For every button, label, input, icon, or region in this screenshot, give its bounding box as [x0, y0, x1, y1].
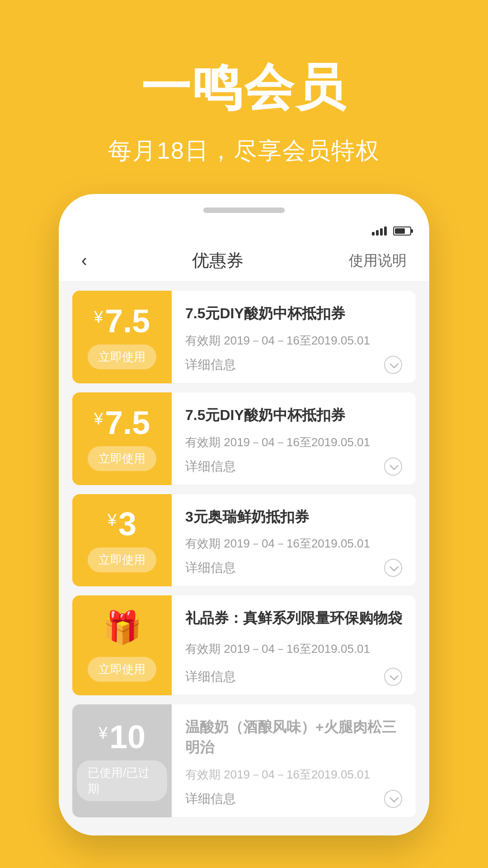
amount-value: 10	[109, 721, 145, 753]
coupon-validity: 有效期 2019－04－16至2019.05.01	[185, 536, 402, 552]
coupon-item: ¥7.5立即使用7.5元DIY酸奶中杯抵扣券有效期 2019－04－16至201…	[72, 291, 416, 383]
signal-icon	[372, 226, 387, 236]
signal-bar-2	[376, 230, 379, 236]
coupon-right-3: 3元奥瑞鲜奶抵扣券有效期 2019－04－16至2019.05.01详细信息	[172, 494, 416, 587]
coupon-list: ¥7.5立即使用7.5元DIY酸奶中杯抵扣券有效期 2019－04－16至201…	[59, 282, 429, 835]
coupon-item: ¥3立即使用3元奥瑞鲜奶抵扣券有效期 2019－04－16至2019.05.01…	[72, 494, 416, 587]
coupon-validity: 有效期 2019－04－16至2019.05.01	[185, 767, 402, 783]
coupon-amount: ¥7.5	[94, 305, 150, 337]
coupon-detail-row: 详细信息	[185, 668, 402, 686]
coupon-item: 🎁立即使用礼品券：真鲜系列限量环保购物袋有效期 2019－04－16至2019.…	[72, 595, 416, 695]
coupon-title: 3元奥瑞鲜奶抵扣券	[185, 507, 402, 527]
coupon-detail-label: 详细信息	[185, 790, 236, 807]
phone-mockup: ‹ 优惠券 使用说明 ¥7.5立即使用7.5元DIY酸奶中杯抵扣券有效期 201…	[59, 194, 429, 835]
hero-title: 一鸣会员	[141, 54, 347, 122]
phone-notch	[203, 208, 285, 213]
amount-value: 7.5	[105, 305, 150, 337]
coupon-detail-label: 详细信息	[185, 668, 236, 685]
coupon-validity: 有效期 2019－04－16至2019.05.01	[185, 434, 402, 450]
currency-symbol: ¥	[94, 309, 103, 326]
coupon-title: 礼品券：真鲜系列限量环保购物袋	[185, 608, 402, 628]
coupon-title: 7.5元DIY酸奶中杯抵扣券	[185, 405, 402, 425]
signal-bar-3	[380, 228, 383, 236]
coupon-right-2: 7.5元DIY酸奶中杯抵扣券有效期 2019－04－16至2019.05.01详…	[172, 392, 416, 485]
back-button[interactable]: ‹	[81, 251, 87, 270]
coupon-title: 温酸奶（酒酿风味）+火腿肉松三明治	[185, 717, 402, 758]
signal-bar-1	[372, 232, 375, 236]
coupon-detail-label: 详细信息	[185, 356, 236, 373]
chevron-down-icon[interactable]	[384, 668, 402, 686]
hero-section: 一鸣会员 每月18日，尽享会员特权	[0, 0, 488, 194]
chevron-down-icon[interactable]	[384, 458, 402, 476]
signal-bar-4	[384, 226, 387, 236]
coupon-item: ¥10已使用/已过期温酸奶（酒酿风味）+火腿肉松三明治有效期 2019－04－1…	[72, 704, 416, 817]
coupon-detail-label: 详细信息	[185, 458, 236, 475]
use-coupon-button[interactable]: 立即使用	[88, 547, 156, 572]
coupon-left-3: ¥3立即使用	[72, 494, 172, 587]
battery-icon	[393, 226, 411, 236]
coupon-amount: ¥10	[99, 721, 145, 753]
currency-symbol: ¥	[108, 512, 117, 528]
coupon-right-5: 温酸奶（酒酿风味）+火腿肉松三明治有效期 2019－04－16至2019.05.…	[172, 704, 416, 817]
chevron-down-icon[interactable]	[384, 356, 402, 374]
coupon-amount: ¥7.5	[94, 406, 150, 439]
gift-icon: 🎁	[103, 609, 142, 646]
coupon-validity: 有效期 2019－04－16至2019.05.01	[185, 333, 402, 349]
coupon-left-1: ¥7.5立即使用	[72, 291, 172, 383]
coupon-left-5: ¥10已使用/已过期	[72, 704, 172, 817]
hero-subtitle: 每月18日，尽享会员特权	[108, 135, 380, 167]
currency-symbol: ¥	[99, 725, 108, 741]
coupon-detail-row: 详细信息	[185, 458, 402, 476]
coupon-right-4: 礼品券：真鲜系列限量环保购物袋有效期 2019－04－16至2019.05.01…	[172, 595, 416, 695]
amount-value: 7.5	[105, 406, 150, 439]
coupon-validity: 有效期 2019－04－16至2019.05.01	[185, 641, 402, 657]
currency-symbol: ¥	[94, 411, 103, 427]
app-header: ‹ 优惠券 使用说明	[59, 240, 429, 282]
coupon-item: ¥7.5立即使用7.5元DIY酸奶中杯抵扣券有效期 2019－04－16至201…	[72, 392, 416, 485]
coupon-right-1: 7.5元DIY酸奶中杯抵扣券有效期 2019－04－16至2019.05.01详…	[172, 291, 416, 383]
coupon-detail-row: 详细信息	[185, 790, 402, 808]
status-bar	[59, 222, 429, 240]
coupon-amount: ¥3	[108, 508, 136, 540]
chevron-down-icon[interactable]	[384, 790, 402, 808]
use-coupon-button[interactable]: 已使用/已过期	[77, 760, 167, 801]
use-coupon-button[interactable]: 立即使用	[88, 657, 156, 682]
coupon-left-4: 🎁立即使用	[72, 595, 172, 695]
coupon-detail-row: 详细信息	[185, 559, 402, 577]
coupon-left-2: ¥7.5立即使用	[72, 392, 172, 485]
phone-notch-bar	[59, 208, 429, 222]
coupon-title: 7.5元DIY酸奶中杯抵扣券	[185, 303, 402, 324]
usage-instructions-button[interactable]: 使用说明	[349, 251, 407, 271]
amount-value: 3	[118, 508, 136, 540]
use-coupon-button[interactable]: 立即使用	[88, 446, 156, 471]
use-coupon-button[interactable]: 立即使用	[88, 344, 156, 369]
chevron-down-icon[interactable]	[384, 559, 402, 577]
battery-fill	[395, 228, 405, 234]
page-title: 优惠券	[192, 249, 244, 272]
coupon-detail-label: 详细信息	[185, 559, 236, 576]
coupon-detail-row: 详细信息	[185, 356, 402, 374]
